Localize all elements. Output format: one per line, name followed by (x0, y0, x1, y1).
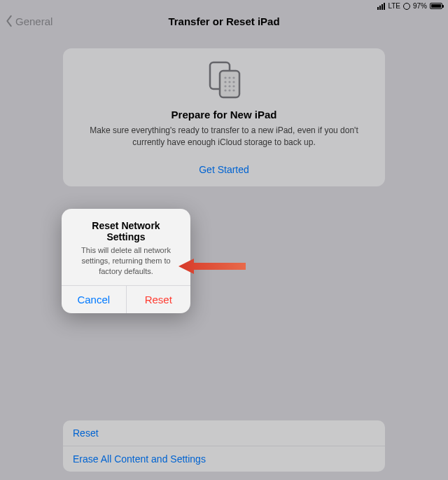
reset-network-alert: Reset Network Settings This will delete … (62, 209, 190, 313)
annotation-arrow-icon (178, 258, 246, 275)
cancel-button[interactable]: Cancel (62, 286, 126, 313)
svg-marker-14 (178, 259, 246, 274)
reset-button[interactable]: Reset (126, 286, 191, 313)
alert-message: This will delete all network settings, r… (71, 245, 181, 277)
alert-title: Reset Network Settings (71, 220, 181, 242)
